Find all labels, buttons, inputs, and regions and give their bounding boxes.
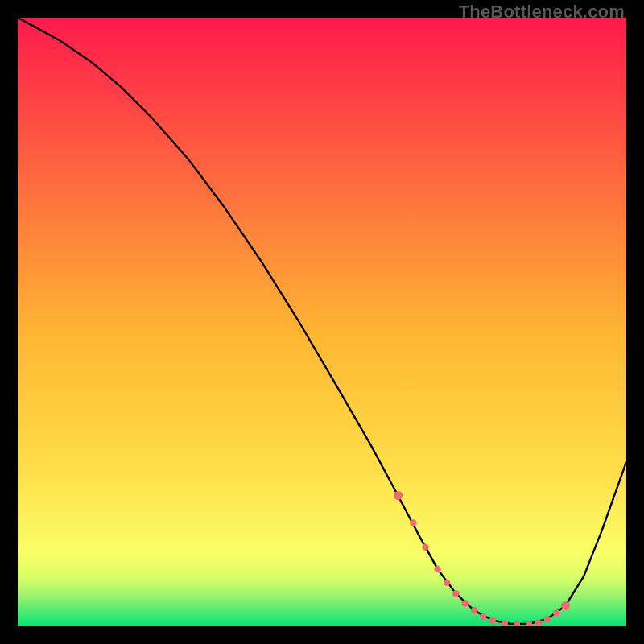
curve-marker xyxy=(434,566,440,572)
curve-marker xyxy=(394,491,402,500)
curve-marker xyxy=(553,609,559,616)
curve-marker xyxy=(561,601,570,610)
curve-marker xyxy=(410,519,416,526)
chart-frame: TheBottleneck.com xyxy=(0,0,644,644)
curve-marker xyxy=(480,613,486,620)
curve-marker xyxy=(544,616,551,622)
curve-marker xyxy=(462,600,469,606)
curve-marker xyxy=(422,544,428,551)
curve-marker xyxy=(444,579,450,585)
plot-area xyxy=(18,18,626,626)
bottleneck-chart xyxy=(18,18,626,626)
curve-marker xyxy=(489,617,496,623)
curve-marker xyxy=(535,619,541,625)
curve-marker xyxy=(471,607,477,613)
curve-marker xyxy=(452,590,459,597)
gradient-background xyxy=(18,18,626,626)
